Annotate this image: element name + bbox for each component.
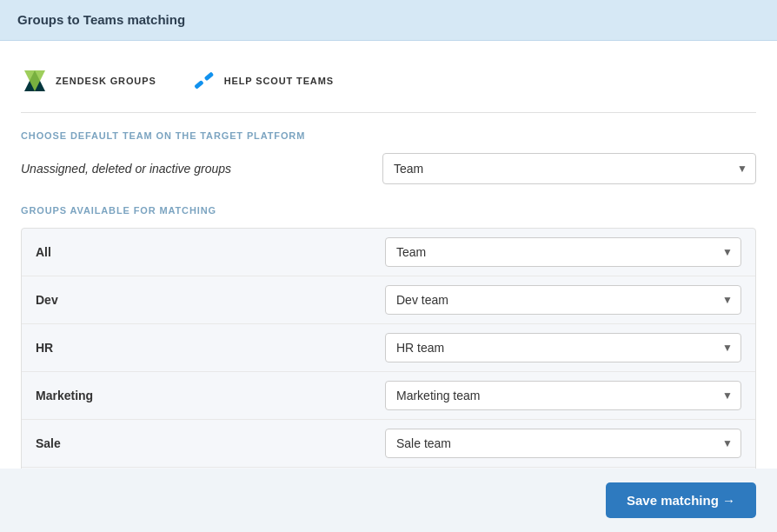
main-content: ZENDESK GROUPS HELP SCOUT TEAMS CHOOSE D… (0, 41, 777, 469)
group-name-divider-hr: HR (36, 341, 371, 355)
zendesk-label: ZENDESK GROUPS (56, 76, 156, 86)
default-team-select[interactable]: Team Dev team HR team Marketing team Sal… (382, 153, 756, 184)
helpscout-icon (191, 68, 217, 94)
group-select-wrapper-all: Team Dev team HR team Marketing team Sal… (385, 237, 741, 267)
group-select-wrapper-hr: Team Dev team HR team Marketing team Sal… (385, 333, 741, 362)
group-name-label-dev: Dev (36, 293, 383, 307)
default-team-row: Unassigned, deleted or inactive groups T… (21, 153, 756, 184)
helpscout-label: HELP SCOUT TEAMS (224, 76, 334, 86)
default-team-select-wrapper: Team Dev team HR team Marketing team Sal… (382, 153, 756, 184)
group-select-wrapper-dev: Team Dev team HR team Marketing team Sal… (385, 285, 741, 315)
group-select-wrapper-sale: Team Dev team HR team Marketing team Sal… (385, 429, 741, 458)
default-team-section: CHOOSE DEFAULT TEAM ON THE TARGET PLATFO… (21, 130, 756, 184)
group-row-dev: Dev Team Dev team HR team Marketing team… (22, 276, 755, 324)
group-name-label-hr: HR (36, 341, 383, 355)
group-row-hr: HR Team Dev team HR team Marketing team … (22, 324, 755, 372)
group-name-divider-all: All (36, 245, 371, 259)
groups-section-label: GROUPS AVAILABLE FOR MATCHING (21, 205, 756, 216)
group-name-label-marketing: Marketing (36, 389, 383, 402)
page-wrapper: Groups to Teams matching ZENDESK GROUPS (0, 0, 777, 532)
groups-table: All Team Dev team HR team Marketing team… (21, 228, 756, 469)
group-row-marketing: Marketing Team Dev team HR team Marketin… (22, 372, 755, 420)
group-name-divider-dev: Dev (36, 293, 371, 307)
group-row-all: All Team Dev team HR team Marketing team… (22, 229, 755, 276)
default-team-description: Unassigned, deleted or inactive groups (21, 162, 369, 176)
group-name-label-all: All (36, 245, 383, 259)
zendesk-platform: ZENDESK GROUPS (21, 67, 156, 95)
save-matching-button[interactable]: Save matching → (606, 482, 756, 518)
platforms-row: ZENDESK GROUPS HELP SCOUT TEAMS (21, 58, 756, 113)
group-select-wrapper-marketing: Team Dev team HR team Marketing team Sal… (385, 381, 741, 410)
group-row-sale: Sale Team Dev team HR team Marketing tea… (22, 420, 755, 468)
group-name-label-sale: Sale (36, 436, 383, 450)
group-select-hr[interactable]: Team Dev team HR team Marketing team Sal… (385, 333, 741, 362)
group-select-sale[interactable]: Team Dev team HR team Marketing team Sal… (385, 429, 741, 458)
default-team-section-label: CHOOSE DEFAULT TEAM ON THE TARGET PLATFO… (21, 130, 756, 141)
group-name-divider-marketing: Marketing (36, 389, 371, 402)
group-select-dev[interactable]: Team Dev team HR team Marketing team Sal… (385, 285, 741, 315)
group-select-all[interactable]: Team Dev team HR team Marketing team Sal… (385, 237, 741, 267)
groups-available-section: GROUPS AVAILABLE FOR MATCHING All Team D… (21, 205, 756, 469)
group-name-divider-sale: Sale (36, 436, 371, 450)
page-footer: Save matching → (0, 469, 777, 532)
page-header: Groups to Teams matching (0, 0, 777, 41)
zendesk-icon (21, 67, 49, 95)
page-title: Groups to Teams matching (17, 12, 185, 27)
helpscout-platform: HELP SCOUT TEAMS (191, 68, 334, 94)
group-select-marketing[interactable]: Team Dev team HR team Marketing team Sal… (385, 381, 741, 410)
